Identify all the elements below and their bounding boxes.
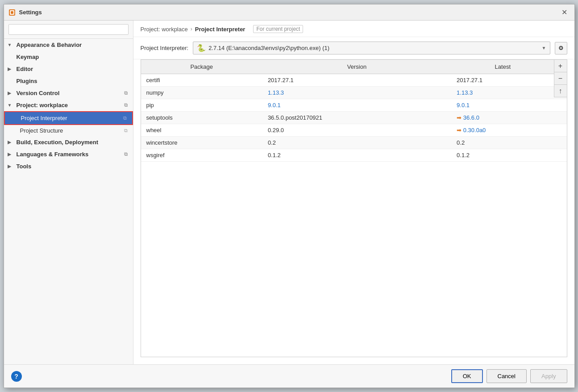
packages-table: Package Version Latest certifi2017.27.12… [141,60,567,162]
sidebar-item-label: Editor [17,66,33,72]
package-name: wsgiref [141,149,262,162]
gear-icon: ⚙ [558,45,564,51]
expand-arrow: ▶ [8,91,13,96]
breadcrumb-arrow: › [191,26,192,32]
svg-rect-2 [11,11,13,14]
sidebar-item-keymap[interactable]: ▶ Keymap [4,51,133,63]
package-name: certifi [141,74,262,87]
package-latest: 9.0.1 [451,99,566,112]
package-version: 0.2 [262,137,451,149]
sidebar-search-container [4,21,133,39]
close-button[interactable]: ✕ [559,7,570,18]
sidebar-item-label: Languages & Frameworks [17,151,89,158]
help-button[interactable]: ? [11,371,22,382]
package-version: 1.13.3 [262,87,451,99]
interpreter-settings-button[interactable]: ⚙ [555,42,567,54]
package-version: 2017.27.1 [262,74,451,87]
copy-icon: ⧉ [123,115,127,121]
package-latest: 0.1.2 [451,149,566,162]
expand-arrow: ▼ [8,103,13,108]
apply-button[interactable]: Apply [530,369,567,383]
table-row[interactable]: setuptools36.5.0.post20170921➡ 36.6.0 [141,112,567,124]
sidebar-item-label: Keymap [17,54,39,60]
search-input[interactable] [8,24,129,35]
app-icon [8,9,16,16]
sidebar-item-label: Plugins [17,78,37,84]
sidebar-item-label: Build, Execution, Deployment [17,139,98,146]
chevron-down-icon: ▼ [542,46,546,50]
sidebar-item-label: Version Control [17,90,60,96]
expand-arrow: ▶ [8,140,13,145]
expand-arrow: ▼ [8,42,13,47]
col-version: Version [262,60,451,74]
add-package-button[interactable]: + [554,60,567,72]
remove-package-button[interactable]: − [554,72,567,85]
cancel-button[interactable]: Cancel [487,369,527,383]
package-name: wincertstore [141,137,262,149]
table-actions: + − ↑ [554,60,567,97]
copy-icon: ⧉ [124,102,128,108]
upgrade-package-button[interactable]: ↑ [554,85,567,97]
dialog-footer: ? OK Cancel Apply [4,364,574,388]
expand-arrow: ▶ [8,164,13,169]
sidebar-item-vcs[interactable]: ▶ Version Control ⧉ [4,87,133,99]
copy-icon: ⧉ [124,128,128,133]
footer-buttons: OK Cancel Apply [451,369,567,383]
sidebar-item-project-interpreter[interactable]: Project Interpreter ⧉ [4,111,133,125]
title-bar: Settings ✕ [4,4,574,21]
dialog-title: Settings [19,9,559,16]
packages-table-container: Package Version Latest certifi2017.27.12… [141,59,567,357]
settings-dialog: Settings ✕ ▼ Appearance & Behavior ▶ Key… [4,4,575,388]
copy-icon: ⧉ [124,90,128,96]
sidebar-item-label: Project: workplace [17,102,68,108]
table-row[interactable]: certifi2017.27.12017.27.1 [141,74,567,87]
breadcrumb-badge: For current project [253,25,303,33]
breadcrumb-project: Project: workplace [141,26,188,33]
sidebar-item-appearance[interactable]: ▼ Appearance & Behavior [4,39,133,51]
sidebar-item-label: Project Interpreter [21,115,67,121]
copy-icon: ⧉ [124,151,128,157]
package-name: wheel [141,124,262,137]
sidebar-item-tools[interactable]: ▶ Tools [4,160,133,172]
table-row[interactable]: wheel0.29.0➡ 0.30.0a0 [141,124,567,137]
sidebar-item-project-structure[interactable]: Project Structure ⧉ [4,125,133,136]
content-area: ▼ Appearance & Behavior ▶ Keymap ▶ Edito… [4,21,574,364]
expand-arrow: ▶ [8,67,13,71]
table-row[interactable]: wsgiref0.1.20.1.2 [141,149,567,162]
col-package: Package [141,60,262,74]
package-latest: 1.13.3 [451,87,566,99]
col-latest: Latest [451,60,566,74]
package-latest: 0.2 [451,137,566,149]
table-row[interactable]: numpy1.13.31.13.3 [141,87,567,99]
main-panel: Project: workplace › Project Interpreter… [133,21,574,364]
sidebar-item-plugins[interactable]: ▶ Plugins [4,75,133,87]
sidebar-item-build[interactable]: ▶ Build, Execution, Deployment [4,136,133,148]
sidebar-item-languages[interactable]: ▶ Languages & Frameworks ⧉ [4,148,133,160]
table-row[interactable]: wincertstore0.20.2 [141,137,567,149]
python-icon: 🐍 [197,44,206,52]
package-latest: ➡ 36.6.0 [451,112,566,124]
table-row[interactable]: pip9.0.19.0.1 [141,99,567,112]
package-name: numpy [141,87,262,99]
sidebar-item-label: Appearance & Behavior [17,42,82,48]
package-version: 0.1.2 [262,149,451,162]
package-latest: ➡ 0.30.0a0 [451,124,566,137]
breadcrumb: Project: workplace › Project Interpreter… [133,21,574,37]
package-name: setuptools [141,112,262,124]
package-version: 0.29.0 [262,124,451,137]
package-latest: 2017.27.1 [451,74,566,87]
sidebar-item-label: Project Structure [20,127,63,134]
sidebar: ▼ Appearance & Behavior ▶ Keymap ▶ Edito… [4,21,133,364]
package-version: 36.5.0.post20170921 [262,112,451,124]
expand-arrow: ▶ [8,152,13,157]
breadcrumb-current: Project Interpreter [195,26,245,33]
ok-button[interactable]: OK [451,369,483,383]
sidebar-item-label: Tools [17,163,32,170]
interpreter-dropdown[interactable]: 🐍 2.7.14 (E:\anaconda3\envs\py2\python.e… [193,42,550,54]
interpreter-row: Project Interpreter: 🐍 2.7.14 (E:\anacon… [133,37,574,59]
interpreter-path: 2.7.14 (E:\anaconda3\envs\py2\python.exe… [208,45,539,51]
sidebar-item-editor[interactable]: ▶ Editor [4,63,133,75]
package-version: 9.0.1 [262,99,451,112]
sidebar-item-project[interactable]: ▼ Project: workplace ⧉ [4,99,133,111]
interpreter-label: Project Interpreter: [141,45,189,51]
